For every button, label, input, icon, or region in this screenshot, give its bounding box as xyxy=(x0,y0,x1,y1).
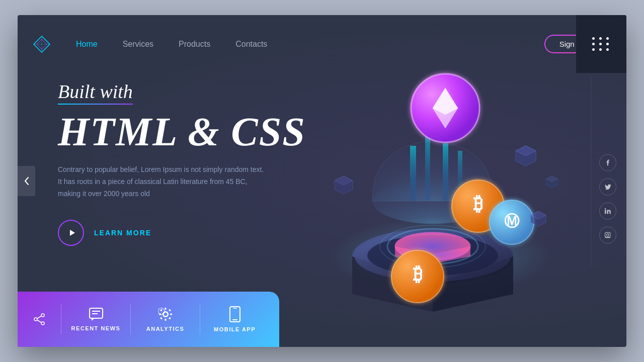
svg-text:Ⓜ: Ⓜ xyxy=(504,213,520,229)
bottom-divider-3 xyxy=(200,304,200,334)
cta-row: LEARN MORE xyxy=(58,220,306,246)
bottom-bar: RECENT NEWS xyxy=(18,292,279,347)
nav-products[interactable]: Products xyxy=(179,40,210,49)
svg-point-41 xyxy=(41,314,44,317)
svg-rect-17 xyxy=(443,143,448,201)
crypto-illustration: ₿ ₿ Ⓜ xyxy=(294,45,586,337)
svg-line-44 xyxy=(37,316,41,319)
svg-point-43 xyxy=(34,318,37,321)
share-button[interactable] xyxy=(33,313,56,326)
svg-point-50 xyxy=(163,312,168,317)
bottom-divider-2 xyxy=(130,304,131,334)
nav-home[interactable]: Home xyxy=(76,40,98,49)
twitter-icon[interactable] xyxy=(599,178,616,196)
left-arrow-button[interactable] xyxy=(18,166,35,196)
chat-icon xyxy=(89,307,104,321)
play-button[interactable] xyxy=(58,220,84,246)
svg-rect-16 xyxy=(425,136,430,201)
main-area: Home Services Products Contacts Sign Up … xyxy=(18,15,626,347)
svg-rect-53 xyxy=(159,314,161,315)
hero-title: HTML & CSS xyxy=(58,110,306,154)
main-window: Home Services Products Contacts Sign Up … xyxy=(18,15,626,347)
svg-rect-15 xyxy=(410,146,416,201)
bottom-recent-news[interactable]: RECENT NEWS xyxy=(66,307,125,331)
instagram-icon[interactable] xyxy=(599,227,616,244)
logo[interactable] xyxy=(33,35,51,53)
bottom-mobile-app[interactable]: MOBILE APP xyxy=(205,306,264,332)
analytics-label: ANALYTICS xyxy=(146,326,184,332)
corner-menu-block[interactable] xyxy=(576,15,626,73)
svg-rect-51 xyxy=(165,308,166,310)
hero-body: Contrary to popular belief, Lorem Ipsum … xyxy=(58,164,269,200)
hero-subtitle: Built with xyxy=(58,80,133,103)
svg-text:₿: ₿ xyxy=(473,193,483,214)
recent-news-label: RECENT NEWS xyxy=(71,325,121,331)
dots-grid-icon xyxy=(592,37,610,51)
svg-text:₿: ₿ xyxy=(413,263,423,285)
linkedin-icon[interactable] xyxy=(599,203,616,220)
nav-links: Home Services Products Contacts xyxy=(76,40,544,49)
learn-more-link[interactable]: LEARN MORE xyxy=(94,229,151,237)
vertical-divider xyxy=(591,75,591,266)
svg-point-42 xyxy=(41,322,44,325)
svg-marker-4 xyxy=(70,230,75,236)
hero-section: Built with HTML & CSS Contrary to popula… xyxy=(58,80,306,246)
mobile-app-label: MOBILE APP xyxy=(214,326,256,332)
bottom-divider-1 xyxy=(61,304,61,334)
nav-services[interactable]: Services xyxy=(123,40,153,49)
gear-icon xyxy=(158,307,173,322)
facebook-icon[interactable] xyxy=(599,154,616,171)
svg-line-45 xyxy=(37,320,41,323)
phone-icon xyxy=(229,306,240,322)
nav-contacts[interactable]: Contacts xyxy=(235,40,267,49)
bottom-analytics[interactable]: ANALYTICS xyxy=(136,307,195,332)
social-sidebar xyxy=(599,154,616,244)
svg-rect-54 xyxy=(170,314,172,315)
svg-rect-57 xyxy=(160,317,163,320)
svg-rect-58 xyxy=(169,317,171,320)
navbar: Home Services Products Contacts Sign Up xyxy=(18,15,626,73)
svg-rect-55 xyxy=(160,309,163,312)
svg-rect-52 xyxy=(165,319,166,321)
svg-rect-56 xyxy=(169,309,171,312)
